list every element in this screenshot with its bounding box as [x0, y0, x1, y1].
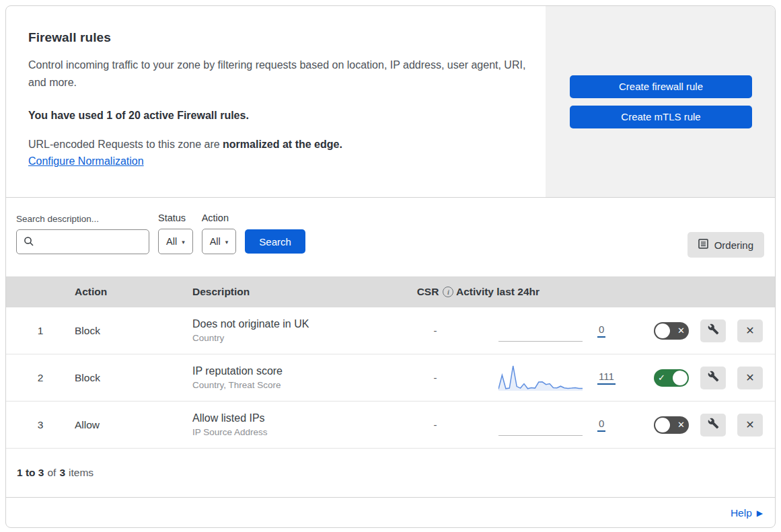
rule-csr: - — [434, 419, 437, 430]
column-action: Action — [75, 286, 192, 298]
table-row: 1 Block Does not originate in UK Country… — [6, 307, 775, 354]
create-mtls-rule-button[interactable]: Create mTLS rule — [570, 106, 752, 128]
chevron-down-icon: ▾ — [225, 239, 229, 245]
create-firewall-rule-button[interactable]: Create firewall rule — [570, 75, 752, 98]
rule-enabled-toggle[interactable]: ✓ — [654, 369, 689, 387]
rule-description[interactable]: IP reputation score — [192, 365, 414, 377]
rule-action: Allow — [75, 419, 192, 431]
rule-action: Block — [75, 325, 192, 337]
pagination-total: 3 — [59, 467, 65, 479]
edit-rule-button[interactable] — [700, 319, 726, 342]
activity-count-link[interactable]: 111 — [597, 371, 616, 385]
action-label: Action — [202, 213, 237, 223]
arrow-right-icon: ▶ — [757, 508, 763, 518]
table-row: 2 Block IP reputation score Country, Thr… — [6, 354, 775, 402]
firewall-rules-page: Firewall rules Control incoming traffic … — [0, 0, 781, 532]
help-bar: Help ▶ — [6, 498, 775, 528]
rule-priority: 1 — [38, 325, 44, 337]
activity-sparkline — [498, 364, 583, 392]
pagination-bar: 1 to 3 of 3 items — [6, 449, 775, 498]
activity-count-link[interactable]: 0 — [597, 324, 605, 338]
rule-enabled-toggle[interactable]: ✕ — [654, 416, 689, 434]
actions-side-panel: Create firewall rule Create mTLS rule — [546, 6, 775, 197]
search-label: Search description... — [16, 214, 149, 224]
delete-rule-button[interactable]: ✕ — [737, 319, 763, 342]
table-header: Action Description CSR i Activity last 2… — [6, 276, 775, 307]
ordering-icon — [698, 239, 708, 251]
wrench-icon — [708, 418, 719, 432]
help-link[interactable]: Help ▶ — [731, 507, 763, 519]
column-csr: CSR — [417, 286, 439, 298]
status-select[interactable]: All ▾ — [158, 229, 193, 254]
rule-csr: - — [434, 325, 437, 336]
rule-action: Block — [75, 372, 192, 384]
info-icon[interactable]: i — [443, 287, 453, 297]
rule-priority: 3 — [38, 419, 44, 431]
action-select[interactable]: All ▾ — [202, 229, 237, 254]
ordering-button[interactable]: Ordering — [687, 232, 764, 258]
chevron-down-icon: ▾ — [182, 239, 185, 245]
search-icon — [24, 236, 34, 250]
rule-priority: 2 — [38, 372, 44, 384]
edit-rule-button[interactable] — [700, 414, 726, 436]
table-row: 3 Allow Allow listed IPs IP Source Addre… — [6, 402, 775, 449]
activity-sparkline — [498, 411, 583, 439]
rule-enabled-toggle[interactable]: ✕ — [654, 322, 689, 340]
delete-rule-button[interactable]: ✕ — [737, 367, 763, 389]
search-input[interactable] — [16, 229, 149, 254]
rule-fields: IP Source Address — [192, 427, 414, 437]
status-label: Status — [158, 213, 193, 223]
delete-rule-button[interactable]: ✕ — [737, 414, 763, 436]
rule-csr: - — [434, 372, 437, 383]
firewall-rules-card: Firewall rules Control incoming traffic … — [5, 5, 776, 528]
hero-section: Firewall rules Control incoming traffic … — [6, 6, 775, 198]
rule-fields: Country, Threat Score — [192, 380, 414, 390]
table-body: 1 Block Does not originate in UK Country… — [6, 307, 775, 449]
configure-normalization-link[interactable]: Configure Normalization — [28, 155, 144, 167]
search-button[interactable]: Search — [245, 229, 305, 254]
activity-sparkline — [498, 317, 583, 345]
edit-rule-button[interactable] — [700, 367, 726, 389]
rule-fields: Country — [192, 333, 414, 343]
column-activity: Activity last 24hr — [456, 286, 618, 298]
filter-bar: Search description... Status All ▾ — [6, 198, 775, 276]
rule-description[interactable]: Allow listed IPs — [192, 412, 414, 424]
wrench-icon — [708, 371, 719, 385]
page-description: Control incoming traffic to your zone by… — [28, 56, 531, 91]
pagination-range: 1 to 3 — [17, 467, 44, 479]
rule-description[interactable]: Does not originate in UK — [192, 318, 414, 330]
wrench-icon — [708, 324, 719, 338]
column-description: Description — [192, 286, 414, 298]
activity-count-link[interactable]: 0 — [597, 418, 605, 432]
